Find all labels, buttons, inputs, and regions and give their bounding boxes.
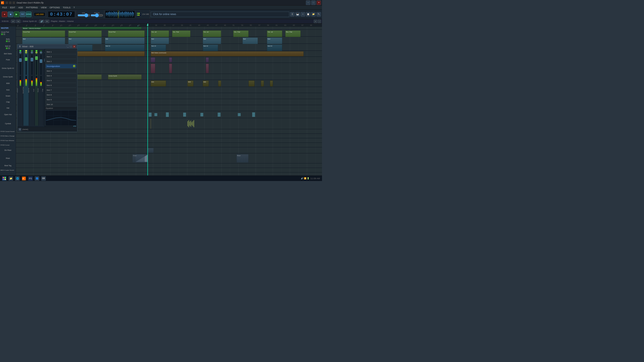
clip-grime2-3[interactable] (206, 64, 209, 73)
ch-fader-snare[interactable] (40, 59, 42, 63)
track-name-hat[interactable]: Hat (0, 105, 16, 111)
clip-bells-1[interactable]: Bell (22, 37, 65, 44)
clip-bells-7[interactable]: Bell (267, 37, 282, 44)
ch-pan-snare[interactable] (40, 51, 42, 54)
track-name-bell2[interactable]: Bell #2 M S (0, 44, 16, 51)
menu-patterns[interactable]: PATTERNS (25, 6, 39, 10)
clip-grime2-2[interactable] (169, 64, 172, 73)
menu-view[interactable]: VIEW (39, 6, 48, 10)
menu-edit[interactable]: EDIT (9, 6, 17, 10)
clip-bells-3[interactable]: Bell (105, 37, 145, 44)
record-button[interactable]: ● (2, 12, 7, 17)
clip-sfxriser[interactable] (148, 148, 154, 153)
menu-file[interactable]: FILE (1, 6, 8, 10)
clip-vocal-2[interactable]: Vocal Pad (68, 30, 102, 37)
clip-vocal-4[interactable]: Voc. ad (151, 30, 169, 37)
taskbar-chrome[interactable]: 🔵 (35, 176, 39, 181)
clip-master-volume[interactable]: Master - Volume envelope (22, 27, 141, 29)
clip-bell2-4[interactable]: Bell #2 (203, 44, 218, 51)
ch-fader-master[interactable] (19, 58, 22, 62)
clip-808-2[interactable]: 808 (187, 80, 193, 86)
browser-toggle[interactable]: 📁 (311, 12, 316, 17)
track-name-ffxcancel[interactable]: FFXIII Cancel Sound (0, 129, 16, 134)
side-slot-5[interactable]: Slot 4 (45, 73, 77, 78)
menu-options[interactable]: OPTIONS (48, 6, 61, 10)
track-name-bellstabs[interactable]: Bell Stabs (0, 51, 16, 57)
mixer-preset-btn[interactable]: ⚙ (18, 128, 21, 131)
clip-bell2-3[interactable]: Bell #2 (151, 44, 166, 51)
side-slot-soundgoodizer[interactable]: Soundgoodizer (45, 64, 77, 68)
track-name-808[interactable]: 808 (0, 80, 16, 87)
clip-flute-2[interactable] (169, 57, 172, 62)
clip-flute-1[interactable] (151, 57, 155, 62)
mixer-minimize[interactable]: _ (67, 45, 69, 48)
clip-flute-3[interactable] (206, 57, 209, 62)
taskbar-fl[interactable]: F (22, 176, 26, 181)
clip-vocal-1[interactable]: Vocal Pad (22, 30, 65, 37)
clip-vocal-6[interactable]: Voc. ad (203, 30, 221, 37)
bell2-mute-btn[interactable]: M (6, 47, 8, 49)
ch-pan-vocal[interactable] (25, 51, 27, 54)
track-name-vocal[interactable]: Vocal Pad M S (0, 30, 16, 37)
clip-bell2-5[interactable]: Bell #2 (267, 44, 282, 51)
clip-808-6[interactable] (261, 80, 264, 86)
side-slot-4[interactable]: Slot 3 (45, 69, 77, 73)
clip-grime-2[interactable]: Grime Synth (108, 74, 142, 79)
track-name-sfxriser[interactable]: Sfx Riser (0, 147, 16, 153)
ch-pan-kick[interactable] (35, 51, 38, 54)
track-name-snare[interactable]: Snare (0, 93, 16, 99)
clip-vocal-9[interactable]: Boc. Pad (285, 30, 301, 37)
mixer-eq-display[interactable] (45, 110, 77, 125)
clip-bells-4[interactable]: Bell (151, 37, 169, 44)
track-name-openhat[interactable]: Open Hat (0, 111, 16, 118)
mixer-toggle[interactable]: 🎛 (290, 12, 295, 17)
win-maximize[interactable]: □ (311, 1, 316, 5)
menu-add[interactable]: ADD (17, 6, 24, 10)
mixer-fullscreen[interactable]: □ (70, 45, 72, 48)
clip-bells-2[interactable]: Bell (68, 37, 102, 44)
bpm-display[interactable]: 140.000 (34, 12, 45, 16)
taskbar-code[interactable]: ⌨ (41, 176, 46, 181)
track-name-ffxmenu[interactable]: FFXIII Menu Change (0, 134, 16, 138)
clip-vocal-3[interactable]: Vocal Pad (108, 30, 145, 37)
playlist-toggle[interactable]: 📋 (306, 12, 310, 17)
track-name-kick[interactable]: Kick (0, 87, 16, 93)
zoom-out-btn[interactable]: - (318, 20, 321, 23)
start-button[interactable] (2, 176, 7, 181)
clip-808-5[interactable] (249, 80, 255, 86)
plugin-picker-toggle[interactable]: 🔌 (316, 12, 321, 17)
clip-vocal-5[interactable]: Voc. Pad (172, 30, 190, 37)
track-name-beattag[interactable]: Beat Tag (0, 163, 16, 168)
track-name-clap[interactable]: Clap (0, 99, 16, 105)
online-news-button[interactable]: Click for online news (151, 12, 289, 17)
clip-bells-5[interactable]: Bell (203, 37, 221, 44)
menu-help[interactable]: ? (72, 6, 76, 10)
clip-riser-label[interactable]: Riser (132, 154, 145, 163)
side-slot-7[interactable]: Slot 6 (45, 83, 77, 87)
clip-riser-2[interactable]: Riser (236, 154, 249, 163)
clip-808-1[interactable]: 808 (151, 80, 166, 86)
track-name-ffxcursor[interactable]: FFXIII Cursor (0, 143, 16, 147)
stop-button[interactable]: ■ (8, 12, 13, 17)
clip-808-3[interactable]: 808 (203, 80, 209, 86)
ch-pan-master[interactable] (19, 51, 22, 54)
soundgoodizer-knob[interactable] (73, 65, 75, 67)
side-slot-11[interactable]: Slot 10 (45, 102, 77, 107)
bell2-solo-btn[interactable]: S (8, 47, 10, 49)
track-name-mg5[interactable]: MG5 4 Lazer Sound (0, 168, 16, 172)
mode-button[interactable]: ✏ (45, 20, 49, 23)
track-name-grime2[interactable]: Grime Synth #2 (0, 63, 16, 74)
song-mode-button[interactable]: SONG (26, 12, 31, 17)
taskbar-browser[interactable]: 🌐 (15, 176, 20, 181)
undo-button[interactable]: ↩ (11, 20, 15, 23)
vocal-solo-btn[interactable]: S (3, 33, 5, 35)
clip-bell2-2[interactable]: Bell #2 (105, 44, 145, 51)
side-slot-6[interactable]: Slot 5 (45, 78, 77, 83)
win-minimize[interactable]: ─ (306, 1, 310, 5)
snap-button[interactable]: 🔗 (39, 20, 44, 23)
menu-tools[interactable]: TOOLS (62, 6, 72, 10)
clip-bellstabs-row2[interactable]: Bell Stabs (continued) (151, 51, 304, 56)
track-name-grime[interactable]: Grime Synth (0, 74, 16, 80)
master-volume-slider[interactable] (77, 14, 90, 16)
clip-808-7[interactable] (270, 80, 273, 86)
